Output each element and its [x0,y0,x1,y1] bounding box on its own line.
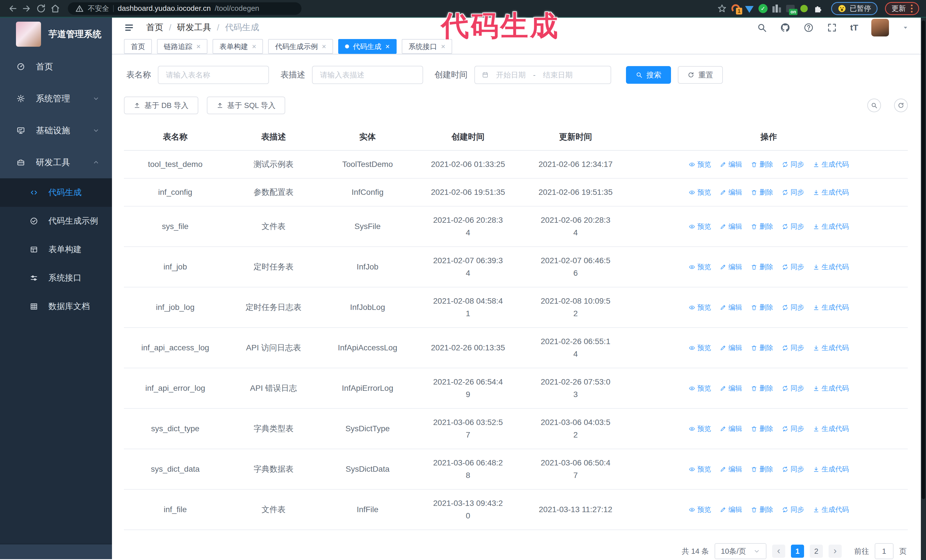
tab[interactable]: 表单构建 × [213,39,263,54]
preview-link[interactable]: 预览 [688,186,711,199]
extensions-puzzle-icon[interactable] [812,3,823,14]
sync-link[interactable]: 同步 [782,423,804,435]
delete-link[interactable]: 删除 [751,158,773,171]
browser-update-button[interactable]: 更新 [885,2,919,15]
preview-link[interactable]: 预览 [688,220,711,233]
next-page-button[interactable]: › [829,545,842,558]
sync-link[interactable]: 同步 [782,341,804,354]
sidebar-item-db-doc[interactable]: 数据库文档 [0,292,112,321]
browser-back-button[interactable] [7,3,18,14]
page-button-2[interactable]: 2 [810,545,823,558]
sidebar-item-home[interactable]: 首页 [0,51,112,83]
delete-link[interactable]: 删除 [751,341,773,354]
extension-orange-icon[interactable]: 1 [730,3,741,14]
edit-link[interactable]: 编辑 [720,463,742,475]
date-range-picker[interactable]: 开始日期 - 结束日期 [474,66,611,84]
scrollbar[interactable] [921,18,926,560]
extension-gem-icon[interactable] [744,3,755,14]
tab-close-icon[interactable]: × [322,43,326,50]
app-logo[interactable]: 芋道管理系统 [0,18,112,51]
preview-link[interactable]: 预览 [688,341,711,354]
tab[interactable]: 链路追踪 × [157,39,207,54]
fullscreen-icon[interactable] [827,23,837,33]
sidebar-item-devtools[interactable]: 研发工具 [0,146,112,178]
edit-link[interactable]: 编辑 [720,423,742,435]
sync-link[interactable]: 同步 [782,220,804,233]
edit-link[interactable]: 编辑 [720,220,742,233]
preview-link[interactable]: 预览 [688,503,711,516]
delete-link[interactable]: 删除 [751,382,773,394]
help-icon[interactable] [803,23,814,33]
sidebar-item-infra[interactable]: 基础设施 [0,115,112,146]
sync-link[interactable]: 同步 [782,463,804,475]
preview-link[interactable]: 预览 [688,301,711,314]
breadcrumb-devtools[interactable]: 研发工具 [177,22,211,33]
sidebar-item-system[interactable]: 系统管理 [0,83,112,115]
generate-code-link[interactable]: 生成代码 [813,341,849,354]
breadcrumb-home[interactable]: 首页 [146,22,163,33]
preview-link[interactable]: 预览 [688,158,711,171]
generate-code-link[interactable]: 生成代码 [813,158,849,171]
generate-code-link[interactable]: 生成代码 [813,423,849,435]
delete-link[interactable]: 删除 [751,503,773,516]
preview-link[interactable]: 预览 [688,423,711,435]
generate-code-link[interactable]: 生成代码 [813,301,849,314]
user-avatar[interactable] [871,19,889,36]
browser-forward-button[interactable] [21,3,32,14]
browser-menu-icon[interactable] [911,5,912,12]
caret-down-icon[interactable] [902,24,909,31]
generate-code-link[interactable]: 生成代码 [813,261,849,273]
browser-home-button[interactable] [50,3,61,14]
generate-code-link[interactable]: 生成代码 [813,220,849,233]
edit-link[interactable]: 编辑 [720,186,742,199]
generate-code-link[interactable]: 生成代码 [813,463,849,475]
github-icon[interactable] [780,23,790,33]
sync-link[interactable]: 同步 [782,158,804,171]
address-bar[interactable]: 不安全 dashboard.yudao.iocoder.cn/tool/code… [68,2,301,15]
delete-link[interactable]: 删除 [751,261,773,273]
sidebar-item-form-builder[interactable]: 表单构建 [0,235,112,264]
browser-reload-button[interactable] [35,3,47,14]
delete-link[interactable]: 删除 [751,423,773,435]
page-button-1[interactable]: 1 [791,545,804,558]
refresh-table-button[interactable] [894,98,908,112]
extension-green-check-icon[interactable]: ✓ [758,3,769,14]
tab[interactable]: 代码生成示例 × [268,39,333,54]
scrollbar-thumb[interactable] [922,21,925,499]
reset-button[interactable]: 重置 [678,66,723,84]
edit-link[interactable]: 编辑 [720,503,742,516]
sync-link[interactable]: 同步 [782,261,804,273]
preview-link[interactable]: 预览 [688,463,711,475]
edit-link[interactable]: 编辑 [720,382,742,394]
goto-page-input[interactable] [875,543,894,559]
generate-code-link[interactable]: 生成代码 [813,382,849,394]
sidebar-item-codegen-example[interactable]: 代码生成示例 [0,207,112,235]
toggle-search-button[interactable] [867,98,881,112]
extension-dark-icon[interactable]: on [785,3,796,14]
edit-link[interactable]: 编辑 [720,261,742,273]
extension-key-icon[interactable] [799,3,809,14]
edit-link[interactable]: 编辑 [720,341,742,354]
sync-link[interactable]: 同步 [782,301,804,314]
sidebar-toggle-icon[interactable] [124,23,134,33]
prev-page-button[interactable]: ‹ [772,545,785,558]
preview-link[interactable]: 预览 [688,261,711,273]
sidebar-item-codegen[interactable]: 代码生成 [0,178,112,207]
tab[interactable]: 代码生成 × [338,39,396,54]
edit-link[interactable]: 编辑 [720,301,742,314]
generate-code-link[interactable]: 生成代码 [813,186,849,199]
delete-link[interactable]: 删除 [751,186,773,199]
table-name-input[interactable] [158,66,269,84]
tab-close-icon[interactable]: × [196,43,201,50]
import-sql-button[interactable]: 基于 SQL 导入 [207,97,286,114]
bookmark-star-icon[interactable] [717,3,728,14]
sidebar-item-system-api[interactable]: 系统接口 [0,264,112,292]
preview-link[interactable]: 预览 [688,382,711,394]
sync-link[interactable]: 同步 [782,503,804,516]
sync-link[interactable]: 同步 [782,382,804,394]
import-db-button[interactable]: 基于 DB 导入 [124,97,198,114]
delete-link[interactable]: 删除 [751,301,773,314]
search-icon[interactable] [757,23,767,33]
table-desc-input[interactable] [312,66,423,84]
tab-close-icon[interactable]: × [386,43,390,50]
